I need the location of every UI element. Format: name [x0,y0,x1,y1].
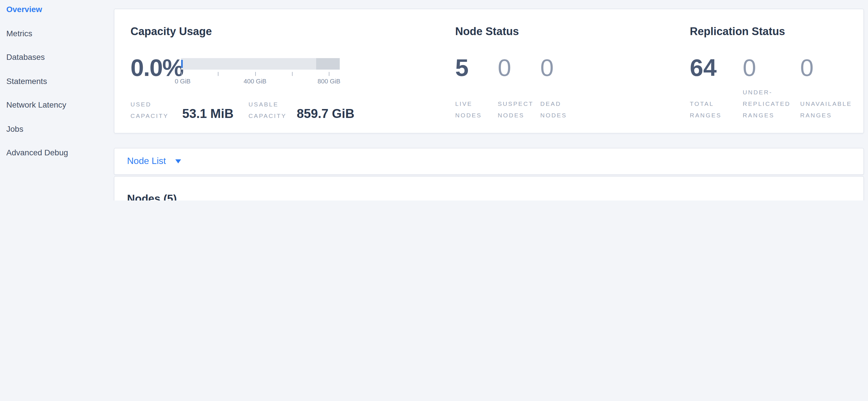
capacity-usage-title: Capacity Usage [130,26,455,37]
replication-status-section: Replication Status 64 0 0 TOTAL RANGES U… [690,9,863,133]
under-replicated-ranges-label: UNDER-REPLICATED RANGES [743,87,800,121]
total-ranges-label: TOTAL RANGES [690,98,743,121]
live-nodes-label: LIVE NODES [455,98,498,121]
chevron-down-icon [175,159,181,163]
unavailable-ranges-count: 0 [800,58,863,78]
replication-status-title: Replication Status [690,26,863,37]
node-list-dropdown[interactable]: Node List [127,156,181,166]
capacity-used-percent: 0.0% [130,58,181,85]
sidebar-item-overview[interactable]: Overview [0,5,114,28]
used-capacity-value: 53.1 MiB [182,108,234,120]
suspect-nodes-count: 0 [498,58,540,78]
admin-ui-overview-page: Overview Metrics Databases Statements Ne… [0,0,868,200]
capacity-gauge-bar [181,58,340,69]
dead-nodes-count: 0 [540,58,583,78]
node-list-dropdown-label: Node List [127,156,166,166]
axis-tick-label-800: 800 GiB [318,78,341,85]
unavailable-ranges-label: UNAVAILABLE RANGES [800,98,863,121]
node-status-title: Node Status [455,26,690,37]
capacity-gauge-reserved-segment [316,58,340,69]
capacity-gauge-used-marker [181,60,183,68]
capacity-gauge-chart: 0 GiB 400 GiB 800 GiB [181,58,340,85]
nodes-table-heading: Nodes (5) [127,193,863,200]
dead-nodes-label: DEAD NODES [540,98,583,121]
used-capacity-label: USED CAPACITY [130,99,179,122]
sidebar-item-advanced-debug[interactable]: Advanced Debug [0,148,114,172]
node-list-selector-card: Node List [114,148,864,175]
axis-tick-label-0: 0 GiB [175,78,191,85]
cluster-summary-card: Capacity Usage 0.0% 0 GiB 400 Gi [114,9,864,134]
sidebar-item-jobs[interactable]: Jobs [0,124,114,148]
sidebar-item-databases[interactable]: Databases [0,52,114,76]
axis-tick-label-400: 400 GiB [243,78,267,85]
capacity-gauge-axis [181,72,340,76]
usable-capacity-value: 859.7 GiB [297,108,355,120]
under-replicated-ranges-count: 0 [743,58,800,78]
sidebar-item-statements[interactable]: Statements [0,76,114,100]
sidebar-nav: Overview Metrics Databases Statements Ne… [0,0,114,200]
suspect-nodes-label: SUSPECT NODES [498,98,540,121]
usable-capacity-label: USABLE CAPACITY [249,99,293,122]
node-status-section: Node Status 5 0 0 LIVE NODES SUSPECT NOD… [455,9,690,133]
total-ranges-count: 64 [690,58,743,78]
sidebar-item-metrics[interactable]: Metrics [0,28,114,52]
live-nodes-count: 5 [455,58,498,78]
nodes-table-card: Nodes (5) NODES UPTIME REPLICAS CAPACITY… [114,176,864,200]
capacity-usage-section: Capacity Usage 0.0% 0 GiB 400 Gi [114,9,455,133]
sidebar-item-network-latency[interactable]: Network Latency [0,100,114,124]
